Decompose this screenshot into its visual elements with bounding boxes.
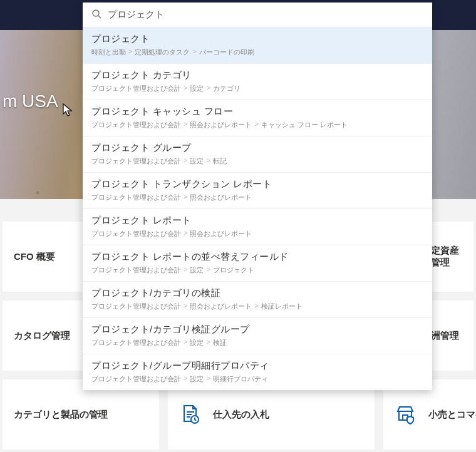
search-input[interactable] (108, 9, 423, 20)
tile-label: 定資産管理 (431, 245, 462, 269)
search-result-title: プロジェクト/カテゴリの検証 (91, 287, 423, 299)
tile-label: 仕入先の入札 (213, 409, 269, 421)
chevron-right-icon: > (206, 338, 210, 347)
search-result-title: プロジェクト/グループ明細行プロパティ (91, 360, 423, 372)
breadcrumb-segment: プロジェクト管理および会計 (91, 120, 181, 130)
global-search-panel: プロジェクト時刻と出勤>定期処理のタスク>バーコードの印刷プロジェクト カテゴリ… (83, 3, 432, 390)
tile-label: 洲管理 (431, 330, 459, 342)
chevron-right-icon: > (184, 265, 187, 275)
breadcrumb-segment: 転記 (213, 157, 227, 166)
search-result-item[interactable]: プロジェクト/カテゴリの検証プロジェクト管理および会計>照会およびレポート>検証… (83, 281, 432, 317)
breadcrumb-segment: プロジェクト管理および会計 (91, 193, 181, 202)
chevron-right-icon: > (184, 157, 187, 166)
search-result-item[interactable]: プロジェクト レポートプロジェクト管理および会計>照会およびレポート (83, 208, 432, 245)
search-result-item[interactable]: プロジェクト/グループ明細行プロパティプロジェクト管理および会計>設定>明細行プ… (83, 354, 432, 390)
tile-label: カテゴリと製品の管理 (14, 409, 108, 421)
chevron-right-icon: > (184, 302, 187, 311)
breadcrumb-segment: カテゴリ (213, 84, 241, 93)
chevron-right-icon: > (206, 84, 210, 93)
chevron-right-icon: > (128, 48, 132, 57)
breadcrumb-segment: プロジェクト管理および会計 (91, 374, 181, 384)
breadcrumb-segment: 設定 (190, 265, 204, 275)
breadcrumb-segment: 定期処理のタスク (135, 48, 190, 57)
breadcrumb-segment: プロジェクト管理および会計 (91, 265, 181, 275)
search-result-item[interactable]: プロジェクト時刻と出勤>定期処理のタスク>バーコードの印刷 (83, 28, 432, 63)
search-results-list: プロジェクト時刻と出勤>定期処理のタスク>バーコードの印刷プロジェクト カテゴリ… (83, 28, 432, 390)
chevron-right-icon: > (206, 374, 210, 384)
breadcrumb-segment: 時刻と出勤 (91, 48, 126, 57)
tile-label: CFO 概要 (14, 251, 55, 263)
search-result-item[interactable]: プロジェクト グループプロジェクト管理および会計>設定>転記 (83, 136, 432, 172)
breadcrumb-segment: プロジェクト管理および会計 (91, 229, 181, 239)
chevron-right-icon: > (254, 120, 258, 130)
search-result-title: プロジェクト (91, 33, 423, 45)
search-result-item[interactable]: プロジェクト レポートの並べ替えフィールドプロジェクト管理および会計>設定>プロ… (83, 245, 432, 281)
breadcrumb-segment: 検証レポート (261, 302, 303, 311)
breadcrumb-segment: プロジェクト管理および会計 (91, 157, 181, 166)
search-input-row[interactable] (83, 3, 432, 28)
breadcrumb-segment: 明細行プロパティ (213, 374, 268, 384)
svg-line-2 (98, 16, 101, 18)
search-result-title: プロジェクト レポート (91, 215, 423, 227)
chevron-right-icon: > (184, 193, 187, 202)
search-result-title: プロジェクト トランザクション レポート (91, 178, 423, 190)
search-result-title: プロジェクト グループ (91, 142, 423, 154)
breadcrumb-segment: 検証 (213, 338, 227, 347)
breadcrumb-segment: 設定 (190, 84, 204, 93)
breadcrumb-segment: キャッシュ フロー レポート (261, 120, 348, 130)
search-result-breadcrumb: プロジェクト管理および会計>設定>検証 (91, 338, 423, 347)
breadcrumb-segment: 照会およびレポート (190, 302, 252, 311)
breadcrumb-segment: バーコードの印刷 (199, 48, 254, 57)
search-result-title: プロジェクト カテゴリ (91, 69, 423, 81)
tile-label: 小売とコマ- (428, 409, 476, 421)
search-result-breadcrumb: プロジェクト管理および会計>照会およびレポート (91, 229, 423, 239)
storefront-shield-icon (395, 403, 417, 426)
document-clock-icon (179, 403, 202, 426)
search-result-item[interactable]: プロジェクト キャッシュ フロープロジェクト管理および会計>照会およびレポート>… (83, 100, 432, 136)
breadcrumb-segment: 照会およびレポート (190, 229, 252, 239)
search-icon (91, 9, 101, 21)
breadcrumb-segment: 照会およびレポート (190, 193, 252, 202)
chevron-right-icon: > (206, 265, 210, 275)
breadcrumb-segment: 設定 (190, 338, 204, 347)
breadcrumb-segment: プロジェクト (213, 265, 254, 275)
search-result-breadcrumb: プロジェクト管理および会計>照会およびレポート (91, 193, 423, 202)
search-result-breadcrumb: プロジェクト管理および会計>照会およびレポート>検証レポート (91, 302, 423, 311)
search-result-breadcrumb: プロジェクト管理および会計>設定>転記 (91, 157, 423, 166)
search-result-title: プロジェクト キャッシュ フロー (91, 106, 423, 118)
chevron-right-icon: > (184, 120, 187, 130)
search-result-breadcrumb: プロジェクト管理および会計>照会およびレポート>キャッシュ フロー レポート (91, 120, 423, 130)
breadcrumb-segment: 設定 (190, 157, 204, 166)
breadcrumb-segment: プロジェクト管理および会計 (91, 302, 181, 311)
chevron-right-icon: > (184, 84, 187, 93)
search-result-item[interactable]: プロジェクト カテゴリプロジェクト管理および会計>設定>カテゴリ (83, 63, 432, 100)
chevron-right-icon: > (184, 338, 187, 347)
tile-cfo-overview[interactable]: CFO 概要 (3, 222, 84, 292)
tile-label: カタログ管理 (14, 330, 70, 342)
search-result-breadcrumb: プロジェクト管理および会計>設定>明細行プロパティ (91, 374, 423, 384)
chevron-right-icon: > (184, 229, 187, 239)
search-result-breadcrumb: プロジェクト管理および会計>設定>カテゴリ (91, 84, 423, 93)
breadcrumb-segment: 照会およびレポート (190, 120, 252, 130)
breadcrumb-segment: プロジェクト管理および会計 (91, 338, 181, 347)
chevron-right-icon: > (206, 157, 210, 166)
svg-point-1 (93, 10, 99, 16)
search-result-breadcrumb: 時刻と出勤>定期処理のタスク>バーコードの印刷 (91, 48, 423, 57)
search-result-title: プロジェクト/カテゴリ検証グループ (91, 324, 423, 336)
tile-catalog-mgmt[interactable]: カタログ管理 (3, 300, 84, 371)
search-result-title: プロジェクト レポートの並べ替えフィールド (91, 251, 423, 263)
breadcrumb-segment: プロジェクト管理および会計 (91, 84, 181, 93)
search-result-breadcrumb: プロジェクト管理および会計>設定>プロジェクト (91, 265, 423, 275)
hero-title-fragment: m USA (0, 91, 58, 111)
chevron-right-icon: > (192, 48, 196, 57)
search-result-item[interactable]: プロジェクト/カテゴリ検証グループプロジェクト管理および会計>設定>検証 (83, 317, 432, 354)
chevron-right-icon: > (254, 302, 258, 311)
breadcrumb-segment: 設定 (190, 374, 204, 384)
search-result-item[interactable]: プロジェクト トランザクション レポートプロジェクト管理および会計>照会およびレ… (83, 172, 432, 208)
chevron-right-icon: > (184, 374, 187, 384)
